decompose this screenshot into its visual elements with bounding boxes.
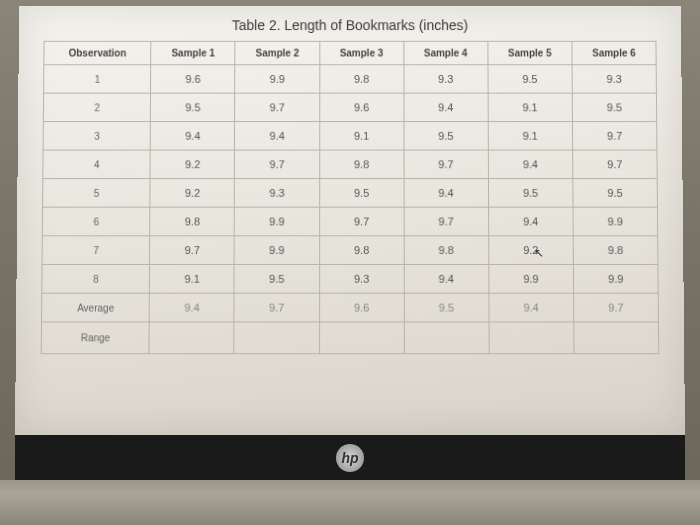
table-cell: 9.5 [488, 65, 572, 93]
table-row: Average9.49.79.69.59.49.7 [42, 293, 659, 322]
table-cell: 3 [43, 122, 151, 150]
table-cell: 9.9 [573, 207, 658, 236]
table-cell: 4 [43, 150, 151, 179]
table-cell: 9.9 [235, 65, 319, 93]
table-cell: 9.5 [319, 179, 404, 208]
table-cell: 6 [42, 207, 150, 236]
table-cell: 9.1 [319, 122, 403, 150]
table-cell: 9.5 [404, 122, 488, 150]
table-cell: 9.8 [150, 207, 235, 236]
col-observation: Observation [44, 41, 151, 64]
table-cell: 2 [43, 93, 151, 121]
table-row: 59.29.39.59.49.59.5 [43, 179, 658, 208]
table-cell: 9.6 [151, 65, 235, 93]
table-cell: 9.5 [572, 93, 657, 121]
col-sample5: Sample 5 [488, 41, 572, 64]
table-cell: 9.6 [319, 93, 403, 121]
table-cell: 9.7 [572, 122, 657, 150]
table-cell [319, 322, 404, 354]
table-cell: 9.4 [404, 264, 489, 293]
table-cell: 9.9 [235, 236, 320, 265]
table-cell: 9.7 [150, 236, 235, 265]
table-cell [234, 322, 319, 354]
table-cell: 9.8 [573, 236, 658, 265]
table-cell: 9.5 [234, 264, 319, 293]
table-cell: 9.3 [404, 65, 488, 93]
table-row: 39.49.49.19.59.19.7 [43, 122, 657, 150]
table-cell: 9.5 [404, 293, 489, 322]
table-row: 49.29.79.89.79.49.7 [43, 150, 657, 179]
table-cell: 9.9 [573, 264, 658, 293]
table-cell: 9.7 [404, 150, 489, 179]
table-cell: 9.2 [150, 179, 235, 208]
table-cell: 9.7 [404, 207, 489, 236]
col-sample6: Sample 6 [572, 41, 656, 64]
table-row: 19.69.99.89.39.59.3 [44, 65, 657, 93]
table-cell: 9.7 [235, 93, 319, 121]
table-cell: 9.8 [319, 65, 403, 93]
table-cell: 9.1 [150, 264, 235, 293]
laptop-bezel: hp [15, 435, 685, 480]
table-cell: 9.7 [573, 293, 658, 322]
keyboard-area [30, 500, 670, 520]
table-cell: 1 [44, 65, 151, 93]
table-cell: 9.4 [235, 122, 319, 150]
table-cell: 9.7 [235, 150, 319, 179]
table-cell: 9.2 [150, 150, 235, 179]
table-cell: 9.3 [319, 264, 404, 293]
table-cell: 9.8 [319, 236, 404, 265]
table-cell: 9.9 [489, 264, 574, 293]
table-row: 89.19.59.39.49.99.9 [42, 264, 658, 293]
table-cell: 9.2 [488, 236, 573, 265]
table-cell: 9.4 [404, 179, 489, 208]
table-cell: 9.1 [488, 93, 572, 121]
table-cell: 9.4 [149, 293, 234, 322]
table-cell [149, 322, 234, 354]
table-row: 29.59.79.69.49.19.5 [43, 93, 656, 121]
table-cell: 9.7 [573, 150, 658, 179]
table-cell: 9.3 [235, 179, 320, 208]
table-cell: 9.1 [488, 122, 573, 150]
table-cell: 9.4 [404, 93, 488, 121]
table-cell: Range [41, 322, 149, 354]
table-cell: 9.4 [488, 207, 573, 236]
hp-logo-icon: hp [336, 444, 364, 472]
col-sample2: Sample 2 [235, 41, 319, 64]
screen-content: Table 2. Length of Bookmarks (inches) Ob… [15, 6, 685, 435]
table-cell: 9.6 [319, 293, 404, 322]
laptop-frame: Table 2. Length of Bookmarks (inches) Ob… [0, 0, 700, 525]
table-cell [574, 322, 659, 354]
col-sample4: Sample 4 [404, 41, 488, 64]
table-cell: 9.7 [234, 293, 319, 322]
col-sample3: Sample 3 [319, 41, 403, 64]
table-cell: 9.5 [488, 179, 573, 208]
table-cell [489, 322, 574, 354]
table-cell: 9.8 [404, 236, 489, 265]
table-row: 69.89.99.79.79.49.9 [42, 207, 657, 236]
table-title: Table 2. Length of Bookmarks (inches) [44, 17, 657, 33]
table-header-row: Observation Sample 1 Sample 2 Sample 3 S… [44, 41, 656, 64]
table-cell: 7 [42, 236, 150, 265]
table-cell: 9.4 [150, 122, 234, 150]
table-cell: 9.3 [572, 65, 656, 93]
table-cell: 9.4 [489, 293, 574, 322]
data-table: Observation Sample 1 Sample 2 Sample 3 S… [41, 41, 660, 354]
table-cell [404, 322, 489, 354]
table-row: Range [41, 322, 659, 354]
table-cell: 9.8 [319, 150, 403, 179]
col-sample1: Sample 1 [151, 41, 235, 64]
table-cell: 9.4 [488, 150, 573, 179]
table-row: 79.79.99.89.89.29.8 [42, 236, 658, 265]
table-cell: 8 [42, 264, 150, 293]
table-cell: 9.9 [235, 207, 320, 236]
table-cell: 5 [43, 179, 151, 208]
table-cell: 9.7 [319, 207, 404, 236]
table-cell: 9.5 [573, 179, 658, 208]
table-cell: 9.5 [151, 93, 235, 121]
table-cell: Average [42, 293, 150, 322]
